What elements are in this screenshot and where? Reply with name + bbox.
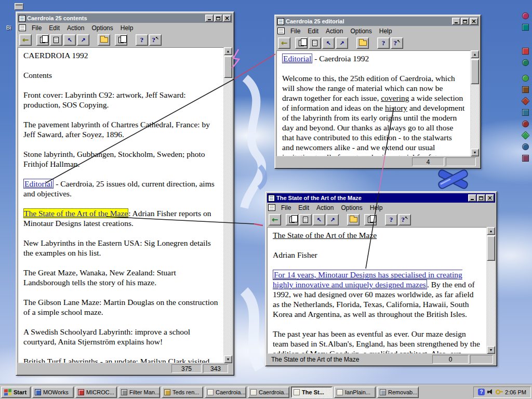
minimize-button[interactable] [205, 15, 214, 22]
desktop-shortcut-icon[interactable] [520, 84, 530, 95]
menu-options[interactable]: Options [88, 23, 116, 33]
copy-button[interactable] [286, 214, 298, 225]
taskbar-task-filter-manager[interactable]: Filter Man... [118, 387, 160, 398]
desktop-shortcut-icon[interactable] [520, 73, 530, 83]
copy-button[interactable] [36, 34, 49, 46]
desktop-shortcut-icon[interactable] [520, 96, 530, 106]
copy-button[interactable] [295, 37, 308, 49]
link-history[interactable]: history [385, 103, 407, 112]
menu-help[interactable]: Help [366, 203, 387, 212]
scroll-down-button[interactable]: ▼ [471, 149, 479, 156]
maximize-button[interactable] [461, 18, 469, 25]
desktop-shortcut-icon[interactable] [520, 57, 530, 68]
copy-pages-button[interactable] [50, 34, 62, 46]
link-end-button[interactable]: ↗ [336, 37, 348, 49]
start-button[interactable]: Start [1, 387, 31, 398]
vertical-scrollbar[interactable]: ▲ ▼ [487, 227, 495, 354]
desktop-shortcut-icon[interactable] [520, 130, 530, 140]
close-button[interactable]: × [470, 18, 478, 25]
minimized-window-icon[interactable] [15, 3, 23, 10]
scrollbar-thumb[interactable] [471, 59, 479, 84]
help-button[interactable]: ? [377, 37, 390, 49]
menu-help[interactable]: Help [376, 26, 396, 36]
context-help-button[interactable]: ?↖ [149, 34, 162, 46]
help-button[interactable]: ? [385, 214, 397, 225]
desktop-shortcut-icon[interactable] [520, 107, 530, 117]
menu-file[interactable]: File [28, 23, 45, 33]
duplicate-button[interactable] [115, 34, 127, 46]
link-start-button[interactable]: ↖ [313, 214, 325, 225]
desktop-shortcut-icon[interactable] [520, 141, 530, 152]
menu-edit[interactable]: Edit [45, 23, 63, 33]
menu-action[interactable]: Action [322, 26, 347, 36]
open-button[interactable] [98, 34, 110, 46]
context-help-button[interactable]: ?↖ [391, 37, 403, 49]
link-editorial[interactable]: Editorial [23, 179, 54, 189]
menu-file[interactable]: File [277, 203, 295, 212]
link-state-of-art[interactable]: The State of the Art of the Maze [23, 208, 128, 218]
back-button[interactable]: ← [269, 214, 281, 225]
taskbar-task-ianplain[interactable]: IanPlain... [334, 387, 376, 398]
scrollbar-track[interactable] [471, 58, 479, 149]
copy-pages-button[interactable] [299, 214, 312, 225]
scrollbar-thumb[interactable] [224, 56, 232, 78]
help-button[interactable]: ? [136, 34, 148, 46]
context-help-button[interactable]: ?↖ [398, 214, 411, 225]
scroll-up-button[interactable]: ▲ [487, 227, 495, 235]
maximize-button[interactable] [214, 15, 222, 22]
scrollbar-track[interactable] [487, 235, 495, 346]
menu-options[interactable]: Options [337, 203, 366, 212]
menu-document-icon[interactable] [19, 24, 26, 31]
link-covering[interactable]: covering [381, 94, 409, 102]
back-button[interactable]: ← [278, 37, 290, 49]
menu-document-icon[interactable] [268, 204, 275, 211]
open-button[interactable] [347, 214, 360, 225]
menu-help[interactable]: Help [117, 23, 137, 33]
menu-file[interactable]: File [287, 26, 304, 36]
help-tray-icon[interactable]: ? [478, 389, 485, 395]
scroll-down-button[interactable]: ▼ [487, 346, 495, 354]
duplicate-button[interactable] [364, 214, 377, 225]
close-button[interactable]: × [223, 15, 231, 22]
taskbar-task-moworks[interactable]: MOWorks [32, 387, 74, 398]
titlebar[interactable]: The State of the Art of the Maze × [267, 193, 495, 203]
desktop-shortcut-icon[interactable] [520, 46, 530, 56]
link-end-button[interactable]: ↗ [77, 34, 89, 46]
desktop-shortcut-icon[interactable] [520, 153, 530, 163]
scroll-down-button[interactable]: ▼ [224, 355, 232, 363]
menu-edit[interactable]: Edit [304, 26, 322, 36]
key-tray-icon[interactable] [496, 390, 500, 394]
menu-action[interactable]: Action [63, 23, 88, 33]
vertical-scrollbar[interactable]: ▲ ▼ [471, 50, 479, 156]
link-article-title[interactable]: The State of the Art of the Maze [273, 231, 377, 240]
taskbar-task-caerdroia-2[interactable]: Caerdroia... [248, 387, 289, 398]
taskbar-task-teds[interactable]: Teds ren... [162, 387, 203, 398]
taskbar-task-removable[interactable]: Removab... [377, 387, 419, 398]
taskbar-task-microcosm[interactable]: MICROC... [75, 387, 117, 398]
vertical-scrollbar[interactable]: ▲ ▼ [224, 47, 232, 363]
desktop-shortcut-icon[interactable] [520, 10, 530, 21]
scrollbar-thumb[interactable] [487, 236, 495, 261]
taskbar-task-the-state[interactable]: The St... [291, 387, 332, 398]
link-end-button[interactable]: ↗ [326, 214, 339, 225]
menu-document-icon[interactable] [277, 28, 285, 34]
titlebar[interactable]: Caerdroia 25 editorial × [276, 17, 479, 26]
menu-options[interactable]: Options [347, 26, 375, 36]
menu-edit[interactable]: Edit [295, 203, 313, 212]
copy-pages-button[interactable] [309, 37, 321, 49]
link-start-button[interactable]: ↖ [322, 37, 335, 49]
desktop-shortcut-icon[interactable] [520, 118, 530, 129]
taskbar-task-caerdroia-1[interactable]: Caerdroia... [205, 387, 246, 398]
scroll-up-button[interactable]: ▲ [224, 47, 232, 55]
maximize-button[interactable] [477, 194, 485, 202]
link-start-button[interactable]: ↖ [63, 34, 76, 46]
minimize-button[interactable] [452, 18, 460, 25]
scroll-up-button[interactable]: ▲ [471, 50, 479, 58]
open-button[interactable] [356, 37, 369, 49]
scrollbar-track[interactable] [224, 55, 232, 355]
titlebar[interactable]: Caerdroia 25 contents × [18, 14, 232, 23]
menu-action[interactable]: Action [313, 203, 337, 212]
volume-icon[interactable] [487, 389, 493, 395]
minimize-button[interactable] [468, 194, 476, 202]
close-button[interactable]: × [486, 194, 494, 202]
